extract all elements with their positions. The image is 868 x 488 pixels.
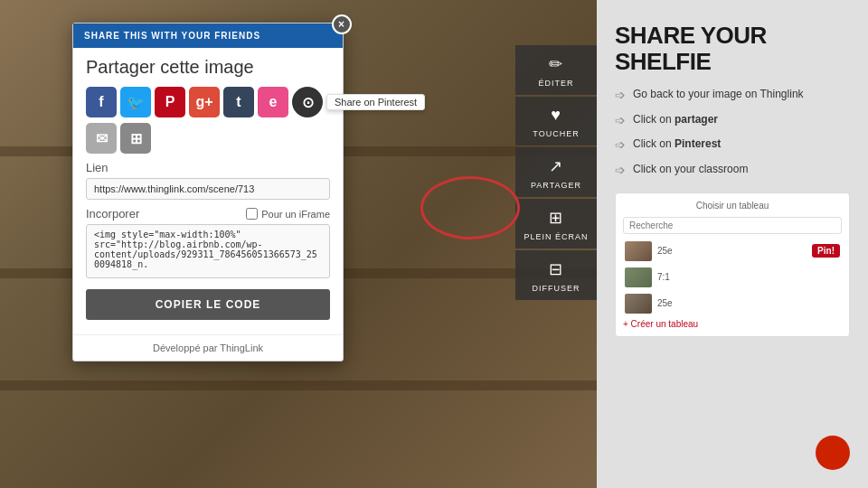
modal-footer: Développé par ThingLink — [73, 334, 343, 361]
pin-label-3: 25e — [657, 298, 840, 308]
iframe-checkbox[interactable] — [246, 208, 258, 220]
pin-thumb-1 — [625, 241, 652, 261]
touch-label: TOUCHER — [533, 129, 579, 138]
googleplus-button[interactable]: g+ — [189, 87, 220, 117]
fullscreen-icon: ⊞ — [549, 208, 563, 228]
fullscreen-label: PLEIN ÉCRAN — [524, 232, 588, 241]
touch-button[interactable]: ♥ TOUCHER — [515, 97, 597, 145]
red-circle-decoration — [816, 436, 850, 470]
fullscreen-button[interactable]: ⊞ PLEIN ÉCRAN — [515, 199, 597, 249]
pinterest-search-input[interactable] — [623, 217, 842, 234]
pinterest-board-preview: Choisir un tableau 25e Pin! 7:1 25e + Cr… — [615, 192, 850, 337]
close-button[interactable]: × — [332, 14, 352, 34]
edit-button[interactable]: ✏ ÉDITER — [515, 45, 597, 95]
steps-list: ➩ Go back to your image on Thinglink ➩ C… — [615, 87, 850, 179]
pin-save-button-1[interactable]: Pin! — [812, 244, 840, 258]
share-button[interactable]: ↗ PARTAGER — [515, 147, 597, 197]
pin-label-2: 7:1 — [657, 272, 840, 282]
share-label: PARTAGER — [531, 181, 581, 190]
pinterest-button[interactable]: P — [155, 87, 185, 117]
pin-item-3: 25e — [623, 292, 842, 315]
step-3-text: Click on Pinterest — [633, 136, 721, 152]
share-modal: SHARE THIS WITH YOUR FRIENDS × Partager … — [72, 23, 344, 361]
incorporer-label: Incorporer — [86, 207, 139, 221]
pinterest-tooltip: Share on Pinterest — [326, 94, 425, 110]
pinterest-add-board[interactable]: + Créer un tableau — [623, 319, 842, 329]
step-3: ➩ Click on Pinterest — [615, 136, 850, 155]
link-input[interactable] — [86, 178, 330, 200]
mail-button[interactable]: ✉ — [86, 123, 117, 154]
email-button[interactable]: e — [258, 87, 288, 117]
share-your-shelfie-title: SHARE YOUR SHELFIE — [615, 23, 850, 74]
step-4: ➩ Click on your classroom — [615, 162, 850, 180]
arrow-icon-1: ➩ — [615, 87, 626, 105]
social-row-2: ✉ ⊞ — [86, 123, 330, 154]
left-panel: SHARE THIS WITH YOUR FRIENDS × Partager … — [0, 0, 597, 488]
side-buttons-panel: ✏ ÉDITER ♥ TOUCHER ↗ PARTAGER ⊞ PLEIN ÉC… — [515, 45, 597, 300]
other-button[interactable]: ⊙ — [292, 87, 323, 117]
arrow-icon-2: ➩ — [615, 112, 626, 130]
twitter-button[interactable]: 🐦 — [120, 87, 151, 117]
modal-header: SHARE THIS WITH YOUR FRIENDS × — [73, 23, 343, 48]
arrow-icon-3: ➩ — [615, 136, 626, 155]
embed-button[interactable]: ⊞ — [120, 123, 151, 154]
embed-code-textarea[interactable]: <img style="max-width:100%" src="http://… — [86, 224, 330, 278]
copy-code-button[interactable]: COPIER LE CODE — [86, 289, 330, 320]
right-panel: SHARE YOUR SHELFIE ➩ Go back to your ima… — [597, 0, 868, 488]
step-2: ➩ Click on partager — [615, 112, 850, 130]
pin-thumb-3 — [625, 294, 652, 314]
edit-icon: ✏ — [549, 54, 563, 74]
pinterest-items-list: 25e Pin! 7:1 25e — [623, 239, 842, 315]
broadcast-button[interactable]: ⊟ DIFFUSER — [515, 250, 597, 300]
modal-title: Partager cette image — [86, 57, 330, 78]
step-1-text: Go back to your image on Thinglink — [633, 87, 804, 102]
share-icon: ↗ — [549, 156, 563, 176]
pin-thumb-2 — [625, 267, 652, 287]
tumblr-button[interactable]: t — [223, 87, 254, 117]
arrow-icon-4: ➩ — [615, 162, 626, 180]
pinterest-board-header: Choisir un tableau — [623, 201, 842, 211]
facebook-button[interactable]: f — [86, 87, 117, 117]
link-label: Lien — [86, 161, 330, 174]
pin-label-1: 25e — [657, 246, 807, 256]
modal-header-text: SHARE THIS WITH YOUR FRIENDS — [84, 31, 260, 41]
broadcast-icon: ⊟ — [549, 259, 563, 279]
pin-item-1: 25e Pin! — [623, 239, 842, 263]
step-1: ➩ Go back to your image on Thinglink — [615, 87, 850, 105]
edit-label: ÉDITER — [538, 79, 573, 88]
social-row-1: f 🐦 P g+ t e ⊙ Share on Pinterest — [86, 87, 330, 117]
step-2-text: Click on partager — [633, 112, 718, 127]
heart-icon: ♥ — [551, 106, 561, 125]
pin-item-2: 7:1 — [623, 266, 842, 289]
modal-body: Partager cette image f 🐦 P g+ t e ⊙ Shar… — [73, 48, 343, 329]
incorporer-row: Incorporer Pour un iFrame — [86, 207, 330, 221]
step-4-text: Click on your classroom — [633, 162, 748, 177]
iframe-checkbox-label[interactable]: Pour un iFrame — [246, 208, 330, 220]
broadcast-label: DIFFUSER — [533, 284, 580, 293]
